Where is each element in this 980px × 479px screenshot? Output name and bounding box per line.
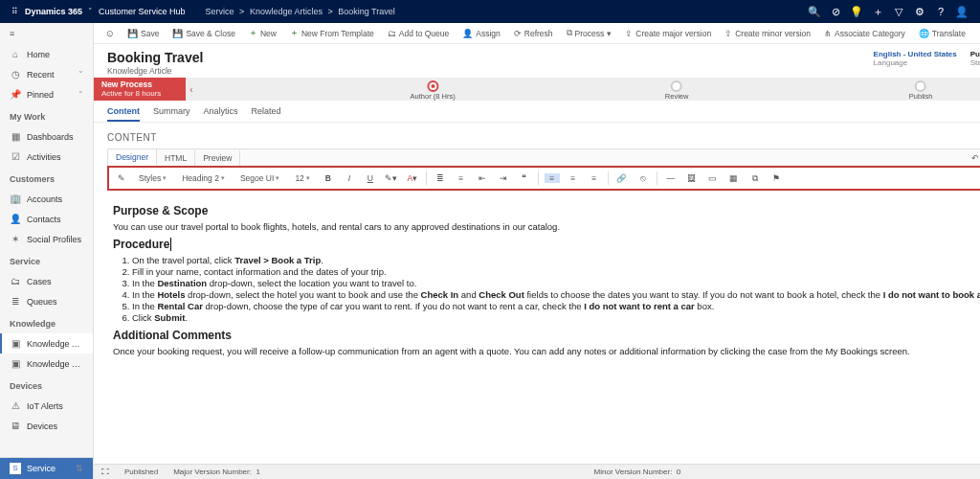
numbers-icon[interactable]: ≡	[454, 173, 469, 183]
stage-review[interactable]: Review	[665, 80, 689, 101]
bullets-icon[interactable]: ≣	[433, 173, 448, 183]
styles-dropdown[interactable]: Styles	[134, 171, 171, 185]
quote-icon[interactable]: ❝	[517, 173, 532, 183]
command-bar: ⊙ 💾Save 💾Save & Close ＋New ＋New From Tem…	[94, 23, 980, 44]
minor-label: Minor Version Number:	[594, 468, 673, 476]
crumb-record[interactable]: Booking Travel	[338, 7, 395, 16]
translate-button[interactable]: 🌐Translate	[914, 29, 970, 38]
nav-area-switcher[interactable]: SService⇅	[0, 458, 93, 479]
italic-icon[interactable]: I	[342, 173, 357, 183]
brand[interactable]: Dynamics 365	[25, 7, 82, 16]
table-icon[interactable]: ▦	[726, 173, 742, 183]
status-published: Published	[124, 468, 158, 476]
section-title: CONTENT	[107, 132, 980, 143]
save-close-button[interactable]: 💾Save & Close	[167, 29, 240, 38]
process-button[interactable]: ⧉Process ▾	[562, 28, 617, 38]
task-icon[interactable]: ⊘	[825, 6, 846, 18]
chevron-down-icon[interactable]: ˅	[78, 90, 83, 100]
tab-summary[interactable]: Summary	[153, 106, 190, 122]
bulb-icon[interactable]: 💡	[846, 6, 867, 18]
filter-icon[interactable]: ▽	[888, 6, 909, 18]
fontsize-dropdown[interactable]: 12	[290, 171, 314, 185]
nav-devices[interactable]: 🖥Devices	[0, 416, 93, 436]
underline-icon[interactable]: U	[363, 173, 378, 183]
nav-knowledge-search[interactable]: ▣Knowledge Search	[0, 354, 93, 374]
help-icon[interactable]: ?	[930, 6, 951, 17]
plus-icon[interactable]: ＋	[867, 5, 888, 19]
undo-icon[interactable]: ↶	[963, 150, 980, 166]
nav-iot-alerts[interactable]: ⚠IoT Alerts	[0, 396, 93, 416]
nav-social[interactable]: ✶Social Profiles	[0, 229, 93, 249]
language-value[interactable]: English - United States	[874, 50, 957, 58]
fontcolor-icon[interactable]: A▾	[405, 173, 420, 183]
search-icon[interactable]: 🔍	[804, 6, 825, 18]
refresh-button[interactable]: ⟳Refresh	[509, 29, 558, 38]
flag-icon[interactable]: ⚑	[768, 173, 784, 183]
stage-publish[interactable]: Publish	[909, 80, 933, 101]
tab-content[interactable]: Content	[107, 106, 140, 122]
nav-home[interactable]: ⌂Home	[0, 44, 93, 64]
chevron-down-icon[interactable]: ˅	[78, 70, 83, 80]
process-flag[interactable]: New Process Active for 8 hours ‹	[94, 78, 197, 101]
app-launcher-icon[interactable]: ⠿	[8, 7, 21, 16]
top-bar: ⠿ Dynamics 365 ˅ Customer Service Hub Se…	[0, 0, 980, 23]
gear-icon[interactable]: ⚙	[909, 6, 930, 18]
nav-pinned[interactable]: 📌Pinned˅	[0, 84, 93, 104]
add-to-queue-button[interactable]: 🗂Add to Queue	[383, 29, 454, 38]
nav-queues[interactable]: ≣Queues	[0, 291, 93, 311]
editor-tab-html[interactable]: HTML	[157, 150, 195, 166]
image-icon[interactable]: 🖼	[684, 173, 700, 183]
associate-category-button[interactable]: ⋔Associate Category	[819, 29, 910, 38]
nav-accounts[interactable]: 🏢Accounts	[0, 189, 93, 209]
user-icon[interactable]: 👤	[951, 6, 972, 18]
highlight-icon[interactable]: ✎▾	[384, 173, 399, 183]
bold-icon[interactable]: B	[321, 173, 336, 183]
page-subtitle: Knowledge Article	[107, 66, 203, 76]
nav-dashboards[interactable]: ▦Dashboards	[0, 126, 93, 147]
left-nav: ≡ ⌂Home ◷Recent˅ 📌Pinned˅ My Work ▦Dashb…	[0, 23, 94, 479]
format-painter-icon[interactable]: ✎	[115, 173, 128, 183]
align-center-icon[interactable]: ≡	[566, 173, 581, 183]
align-left-icon[interactable]: ≡	[545, 173, 560, 183]
align-right-icon[interactable]: ≡	[587, 173, 602, 183]
link-icon[interactable]: 🔗	[614, 173, 630, 183]
nav-activities[interactable]: ☑Activities	[0, 147, 93, 167]
record-header: Booking Travel Knowledge Article English…	[94, 44, 980, 78]
nav-group-mywork: My Work	[0, 104, 93, 126]
tab-related[interactable]: Related	[252, 106, 281, 122]
editor-tab-designer[interactable]: Designer	[108, 149, 157, 166]
crumb-ka[interactable]: Knowledge Articles	[250, 7, 323, 16]
nav-recent[interactable]: ◷Recent˅	[0, 64, 93, 84]
hamburger-icon[interactable]: ≡	[0, 23, 93, 44]
heading-dropdown[interactable]: Heading 2	[177, 171, 230, 185]
save-button[interactable]: 💾Save	[122, 29, 164, 38]
font-dropdown[interactable]: Segoe UI	[235, 171, 284, 185]
new-button[interactable]: ＋New	[244, 27, 281, 39]
chevron-left-icon[interactable]: ‹	[186, 78, 197, 101]
back-button[interactable]: ⊙	[101, 29, 119, 38]
assign-button[interactable]: 👤Assign	[457, 29, 505, 38]
hub-name[interactable]: Customer Service Hub	[99, 7, 186, 16]
create-minor-button[interactable]: ⇪Create minor version	[720, 29, 815, 38]
crumb-service[interactable]: Service	[206, 7, 234, 16]
nav-knowledge-articles[interactable]: ▣Knowledge Articles	[0, 333, 93, 354]
breadcrumb: Service > Knowledge Articles > Booking T…	[203, 7, 398, 16]
nav-cases[interactable]: 🗂Cases	[0, 271, 93, 291]
tab-analytics[interactable]: Analytics	[204, 106, 238, 122]
new-from-template-button[interactable]: ＋New From Template	[285, 27, 379, 39]
editor-tab-preview[interactable]: Preview	[195, 150, 240, 166]
outdent-icon[interactable]: ⇤	[475, 173, 490, 183]
dashboard-icon: ▦	[10, 131, 21, 142]
stage-author[interactable]: Author (8 Hrs)	[411, 80, 456, 101]
archive-button[interactable]: 🗄Archive	[974, 29, 980, 38]
media-icon[interactable]: ▭	[705, 173, 721, 183]
hr-icon[interactable]: —	[663, 173, 679, 183]
fullscreen-icon[interactable]: ⛶	[101, 468, 109, 476]
indent-icon[interactable]: ⇥	[496, 173, 511, 183]
nav-contacts[interactable]: 👤Contacts	[0, 209, 93, 229]
unlink-icon[interactable]: ⦸	[635, 173, 651, 184]
rte-content[interactable]: Purpose & Scope You can use our travel p…	[107, 191, 980, 388]
embed-icon[interactable]: ⧉	[747, 173, 763, 184]
create-major-button[interactable]: ⇪Create major version	[620, 29, 716, 38]
chevron-down-icon[interactable]: ˅	[88, 7, 93, 16]
